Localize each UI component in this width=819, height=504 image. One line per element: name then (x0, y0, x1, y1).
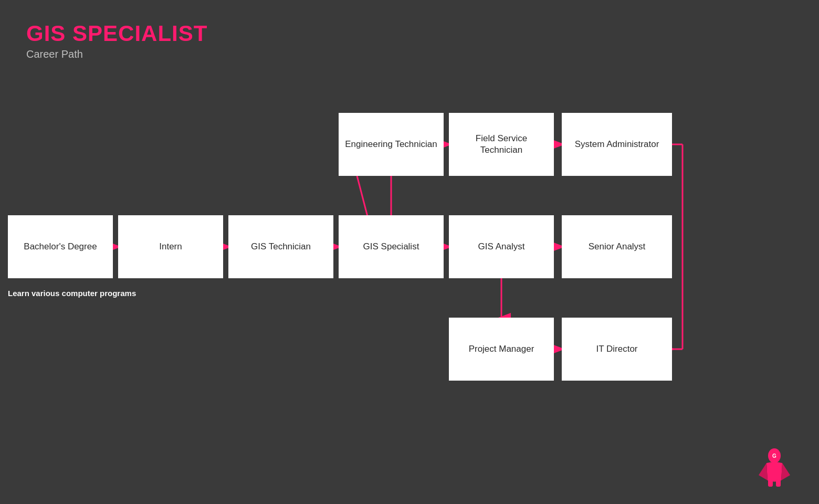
page-title: GIS SPECIALIST (26, 21, 207, 46)
note-text: Learn various computer programs (8, 289, 136, 298)
diagram: Bachelor's Degree Intern GIS Technician … (0, 84, 819, 483)
box-field-service-technician: Field Service Technician (449, 113, 554, 176)
svg-rect-15 (768, 479, 773, 487)
svg-text:G: G (772, 453, 776, 459)
box-senior-analyst: Senior Analyst (562, 215, 672, 278)
mascot-icon: G (756, 446, 793, 488)
svg-rect-16 (776, 479, 781, 487)
box-engineering-technician: Engineering Technician (339, 113, 444, 176)
box-intern: Intern (118, 215, 223, 278)
box-it-director: IT Director (562, 318, 672, 381)
header: GIS SPECIALIST Career Path (26, 21, 207, 60)
box-project-manager: Project Manager (449, 318, 554, 381)
box-system-administrator: System Administrator (562, 113, 672, 176)
box-gis-technician: GIS Technician (228, 215, 333, 278)
box-gis-analyst: GIS Analyst (449, 215, 554, 278)
box-bachelors-degree: Bachelor's Degree (8, 215, 113, 278)
page-subtitle: Career Path (26, 48, 207, 60)
svg-line-6 (357, 176, 368, 216)
box-gis-specialist: GIS Specialist (339, 215, 444, 278)
